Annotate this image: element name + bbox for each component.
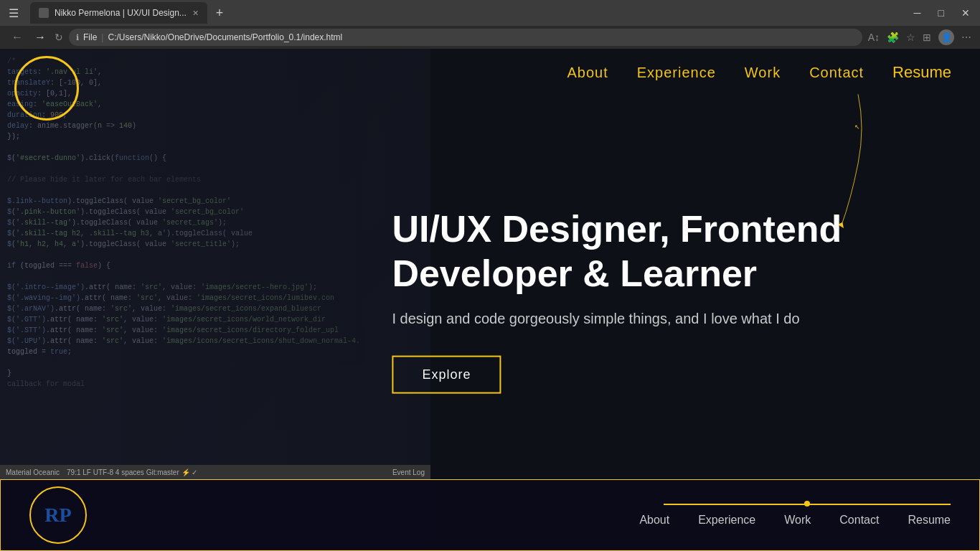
footer-nav: About Experience Work Contact Resume	[639, 504, 951, 527]
tab-bar: ☰ Nikko Permelona | UX/UI Design... ✕ + …	[0, 0, 980, 26]
code-statusbar: Material Oceanic 79:1 LF UTF-8 4 spaces …	[0, 465, 430, 479]
hero-section: UI/UX Designer, Frontend Developer & Lea…	[392, 207, 882, 394]
favorites-btn[interactable]: ☆	[906, 32, 915, 43]
new-tab-btn[interactable]: +	[210, 6, 230, 21]
footer-nav-links: About Experience Work Contact Resume	[639, 514, 951, 527]
url-separator: |	[101, 32, 103, 42]
nav-link-work[interactable]: Work	[745, 65, 781, 81]
tab-favicon	[39, 8, 49, 18]
back-btn[interactable]: ←	[9, 31, 26, 44]
settings-btn[interactable]: ⋯	[961, 32, 971, 43]
statusbar-info: 79:1 LF UTF-8 4 spaces Git:master ⚡ ✓	[67, 468, 197, 476]
hero-subtitle: I design and code gorgeously simple thin…	[392, 310, 882, 326]
explore-btn[interactable]: Explore	[392, 355, 501, 393]
footer-logo: RP	[29, 486, 87, 544]
tab-close-btn[interactable]: ✕	[192, 9, 199, 18]
footer-link-experience[interactable]: Experience	[698, 514, 755, 527]
url-path: C:/Users/Nikko/OneDrive/Documents/Portfo…	[108, 32, 342, 42]
tab-title: Nikko Permelona | UX/UI Design...	[55, 8, 187, 18]
forward-btn[interactable]: →	[32, 31, 49, 44]
nav-link-resume[interactable]: Resume	[892, 63, 951, 82]
nav-link-contact[interactable]: Contact	[809, 65, 864, 81]
window-controls-left: ☰	[6, 4, 22, 23]
footer-link-contact[interactable]: Contact	[839, 514, 879, 527]
sidebar-toggle-btn[interactable]: ☰	[6, 4, 22, 23]
minimize-btn[interactable]: ─	[910, 6, 925, 20]
url-info-icon: ℹ	[76, 33, 79, 42]
nav-links: About Experience Work Contact Resume	[567, 63, 952, 82]
footer-link-resume[interactable]: Resume	[908, 514, 951, 527]
footer-logo-text: RP	[44, 504, 71, 527]
statusbar-event-log: Event Log	[392, 468, 425, 476]
footer-link-work[interactable]: Work	[784, 514, 811, 527]
footer: RP About Experience Work Contact Resume	[0, 479, 980, 551]
address-bar-actions: A↕ 🧩 ☆ ⊞ 👤 ⋯	[868, 29, 971, 45]
statusbar-theme: Material Oceanic	[6, 468, 60, 476]
hero-title: UI/UX Designer, Frontend Developer & Lea…	[392, 207, 882, 296]
footer-nav-line	[664, 504, 951, 505]
url-bar[interactable]: ℹ File | C:/Users/Nikko/OneDrive/Documen…	[69, 29, 862, 46]
profile-btn[interactable]: 👤	[938, 29, 954, 45]
window-controls-right: ─ □ ✕	[910, 6, 974, 20]
svg-text:↖: ↖	[854, 123, 860, 131]
main-nav: About Experience Work Contact Resume	[0, 49, 980, 96]
nav-link-experience[interactable]: Experience	[637, 65, 716, 81]
nav-link-about[interactable]: About	[567, 65, 608, 81]
browser-tab[interactable]: Nikko Permelona | UX/UI Design... ✕	[30, 2, 207, 24]
close-window-btn[interactable]: ✕	[957, 6, 974, 20]
footer-link-about[interactable]: About	[639, 514, 669, 527]
browser-chrome: ☰ Nikko Permelona | UX/UI Design... ✕ + …	[0, 0, 980, 49]
reload-btn[interactable]: ↻	[55, 32, 63, 43]
collections-btn[interactable]: ⊞	[923, 32, 931, 43]
address-bar: ← → ↻ ℹ File | C:/Users/Nikko/OneDrive/D…	[0, 26, 980, 49]
extensions-btn[interactable]: 🧩	[887, 32, 899, 43]
footer-nav-dot	[804, 501, 810, 507]
url-file-label: File	[83, 32, 97, 42]
reader-mode-btn[interactable]: A↕	[868, 32, 880, 43]
website-content: /* targets: '.nav ul li', translateY: [-…	[0, 49, 980, 551]
maximize-btn[interactable]: □	[934, 6, 948, 20]
